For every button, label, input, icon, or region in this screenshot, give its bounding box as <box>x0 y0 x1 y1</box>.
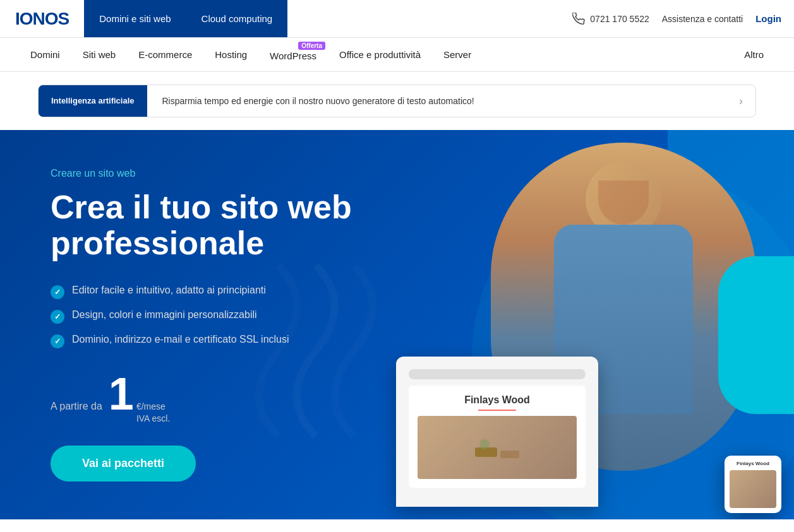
check-icon-3 <box>51 334 64 348</box>
cta-button[interactable]: Vai ai pacchetti <box>51 446 196 482</box>
feature-text-2: Design, colori e immagini personalizzabi… <box>72 309 257 321</box>
hero-section: Creare un sito web Crea il tuo sito web … <box>0 130 794 519</box>
mobile-mockup: Finlays Wood <box>725 456 781 512</box>
tab-cloud-computing[interactable]: Cloud computing <box>186 0 288 37</box>
laptop-mockup: Finlays Wood <box>396 357 598 507</box>
nav-hosting[interactable]: Hosting <box>203 38 258 71</box>
check-icon-2 <box>51 310 64 324</box>
laptop-site-name: Finlays Wood <box>418 394 577 406</box>
price-number: 1 <box>109 371 134 417</box>
login-button[interactable]: Login <box>755 13 781 24</box>
banner-label: Intelligenza artificiale <box>39 85 147 117</box>
nav-altro[interactable]: Altro <box>733 38 775 71</box>
logo-area[interactable]: IONOS <box>0 0 84 37</box>
nav-office[interactable]: Office e produttività <box>328 38 432 71</box>
phone-icon <box>572 13 585 25</box>
feature-item-3: Dominio, indirizzo e-mail e certificato … <box>51 334 366 348</box>
mobile-image <box>730 470 776 508</box>
tab-domini-siti[interactable]: Domini e siti web <box>84 0 186 37</box>
blue-decoration <box>718 256 794 414</box>
price-unit: €/mese <box>136 401 170 413</box>
nav-server[interactable]: Server <box>432 38 483 71</box>
feature-item-1: Editor facile e intuitivo, adatto ai pri… <box>51 285 366 299</box>
laptop-content: Finlays Wood <box>409 386 586 488</box>
logo: IONOS <box>15 9 69 29</box>
nav-ecommerce[interactable]: E-commerce <box>127 38 203 71</box>
nav-siti-web[interactable]: Siti web <box>71 38 128 71</box>
banner-text: Risparmia tempo ed energie con il nostro… <box>147 86 727 116</box>
feature-text-1: Editor facile e intuitivo, adatto ai pri… <box>72 285 266 296</box>
hero-content: Creare un sito web Crea il tuo sito web … <box>51 168 366 482</box>
nav-domini[interactable]: Domini <box>19 38 71 71</box>
laptop-top-bar <box>409 369 586 379</box>
svg-rect-1 <box>500 451 519 458</box>
offerta-badge: Offerta <box>298 42 325 50</box>
top-nav-tabs: Domini e siti web Cloud computing <box>84 0 560 37</box>
top-right-area: 0721 170 5522 Assistenza e contatti Logi… <box>560 0 794 37</box>
pricing-prefix: A partire da <box>51 401 102 412</box>
banner-arrow-icon: › <box>726 95 755 108</box>
phone-number: 0721 170 5522 <box>590 14 649 24</box>
hero-subtitle: Creare un sito web <box>51 168 366 179</box>
laptop-underline <box>478 410 516 411</box>
ai-banner[interactable]: Intelligenza artificiale Risparmia tempo… <box>38 85 756 117</box>
svg-point-2 <box>479 439 490 449</box>
laptop-image <box>418 416 577 479</box>
pricing-area: A partire da 1 €/mese IVA escl. <box>51 371 366 425</box>
top-navigation: IONOS Domini e siti web Cloud computing … <box>0 0 794 38</box>
phone-area: 0721 170 5522 <box>572 13 649 25</box>
furniture-icon <box>472 432 522 463</box>
price-suffix: €/mese IVA escl. <box>136 401 170 425</box>
hero-title: Crea il tuo sito web professionale <box>51 189 366 261</box>
mobile-site-name: Finlays Wood <box>730 461 776 467</box>
hero-features-list: Editor facile e intuitivo, adatto ai pri… <box>51 285 366 348</box>
feature-item-2: Design, colori e immagini personalizzabi… <box>51 309 366 324</box>
check-icon-1 <box>51 285 64 299</box>
price-tax: IVA escl. <box>136 413 170 425</box>
help-link[interactable]: Assistenza e contatti <box>662 14 743 24</box>
nav-wordpress[interactable]: WordPress Offerta <box>258 38 328 71</box>
main-navigation: Domini Siti web E-commerce Hosting WordP… <box>0 38 794 72</box>
feature-text-3: Dominio, indirizzo e-mail e certificato … <box>72 334 289 345</box>
